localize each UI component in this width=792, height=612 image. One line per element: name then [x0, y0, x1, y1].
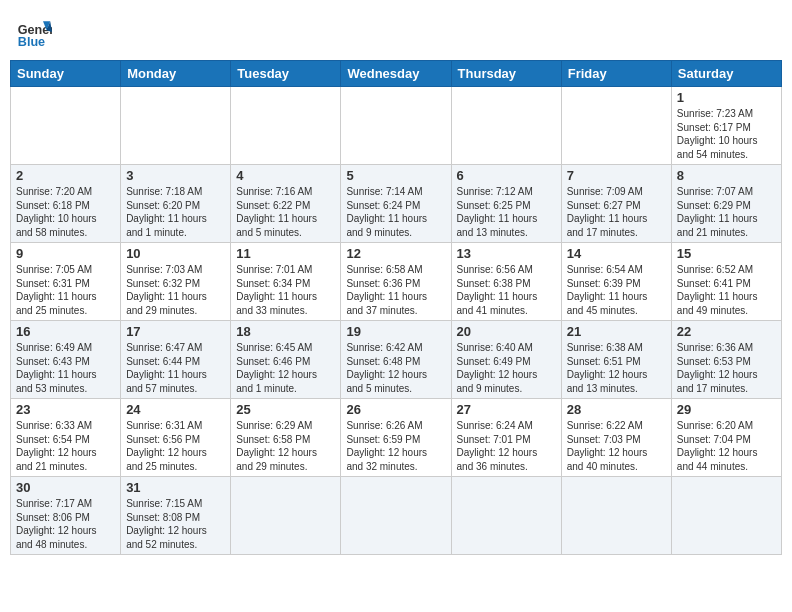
day-number: 31: [126, 480, 225, 495]
header-friday: Friday: [561, 61, 671, 87]
day-info: Sunrise: 6:24 AM Sunset: 7:01 PM Dayligh…: [457, 419, 556, 473]
header-saturday: Saturday: [671, 61, 781, 87]
day-number: 20: [457, 324, 556, 339]
day-info: Sunrise: 6:42 AM Sunset: 6:48 PM Dayligh…: [346, 341, 445, 395]
calendar-cell: 30Sunrise: 7:17 AM Sunset: 8:06 PM Dayli…: [11, 477, 121, 555]
day-info: Sunrise: 6:49 AM Sunset: 6:43 PM Dayligh…: [16, 341, 115, 395]
day-info: Sunrise: 6:31 AM Sunset: 6:56 PM Dayligh…: [126, 419, 225, 473]
day-number: 1: [677, 90, 776, 105]
day-number: 25: [236, 402, 335, 417]
day-info: Sunrise: 6:38 AM Sunset: 6:51 PM Dayligh…: [567, 341, 666, 395]
calendar-cell: 14Sunrise: 6:54 AM Sunset: 6:39 PM Dayli…: [561, 243, 671, 321]
calendar-cell: 28Sunrise: 6:22 AM Sunset: 7:03 PM Dayli…: [561, 399, 671, 477]
calendar-cell: 23Sunrise: 6:33 AM Sunset: 6:54 PM Dayli…: [11, 399, 121, 477]
day-number: 14: [567, 246, 666, 261]
day-info: Sunrise: 7:07 AM Sunset: 6:29 PM Dayligh…: [677, 185, 776, 239]
day-info: Sunrise: 7:16 AM Sunset: 6:22 PM Dayligh…: [236, 185, 335, 239]
day-number: 7: [567, 168, 666, 183]
day-info: Sunrise: 7:15 AM Sunset: 8:08 PM Dayligh…: [126, 497, 225, 551]
day-number: 9: [16, 246, 115, 261]
header-sunday: Sunday: [11, 61, 121, 87]
calendar-cell: 13Sunrise: 6:56 AM Sunset: 6:38 PM Dayli…: [451, 243, 561, 321]
day-number: 6: [457, 168, 556, 183]
calendar-cell: 18Sunrise: 6:45 AM Sunset: 6:46 PM Dayli…: [231, 321, 341, 399]
day-number: 30: [16, 480, 115, 495]
calendar-cell: [231, 477, 341, 555]
calendar-cell: 31Sunrise: 7:15 AM Sunset: 8:08 PM Dayli…: [121, 477, 231, 555]
header-tuesday: Tuesday: [231, 61, 341, 87]
calendar-cell: 6Sunrise: 7:12 AM Sunset: 6:25 PM Daylig…: [451, 165, 561, 243]
day-info: Sunrise: 6:26 AM Sunset: 6:59 PM Dayligh…: [346, 419, 445, 473]
page-header: General Blue: [10, 10, 782, 54]
day-info: Sunrise: 7:03 AM Sunset: 6:32 PM Dayligh…: [126, 263, 225, 317]
calendar-cell: 17Sunrise: 6:47 AM Sunset: 6:44 PM Dayli…: [121, 321, 231, 399]
week-row-6: 30Sunrise: 7:17 AM Sunset: 8:06 PM Dayli…: [11, 477, 782, 555]
day-number: 28: [567, 402, 666, 417]
day-info: Sunrise: 6:36 AM Sunset: 6:53 PM Dayligh…: [677, 341, 776, 395]
calendar-cell: 8Sunrise: 7:07 AM Sunset: 6:29 PM Daylig…: [671, 165, 781, 243]
day-number: 3: [126, 168, 225, 183]
calendar-cell: 24Sunrise: 6:31 AM Sunset: 6:56 PM Dayli…: [121, 399, 231, 477]
day-number: 2: [16, 168, 115, 183]
calendar-cell: 5Sunrise: 7:14 AM Sunset: 6:24 PM Daylig…: [341, 165, 451, 243]
calendar-cell: [561, 477, 671, 555]
day-info: Sunrise: 7:09 AM Sunset: 6:27 PM Dayligh…: [567, 185, 666, 239]
calendar-cell: 15Sunrise: 6:52 AM Sunset: 6:41 PM Dayli…: [671, 243, 781, 321]
day-info: Sunrise: 6:54 AM Sunset: 6:39 PM Dayligh…: [567, 263, 666, 317]
day-info: Sunrise: 6:47 AM Sunset: 6:44 PM Dayligh…: [126, 341, 225, 395]
calendar-cell: 7Sunrise: 7:09 AM Sunset: 6:27 PM Daylig…: [561, 165, 671, 243]
day-number: 19: [346, 324, 445, 339]
day-number: 12: [346, 246, 445, 261]
day-number: 23: [16, 402, 115, 417]
calendar-cell: 12Sunrise: 6:58 AM Sunset: 6:36 PM Dayli…: [341, 243, 451, 321]
calendar-cell: [341, 477, 451, 555]
day-info: Sunrise: 7:17 AM Sunset: 8:06 PM Dayligh…: [16, 497, 115, 551]
day-info: Sunrise: 7:14 AM Sunset: 6:24 PM Dayligh…: [346, 185, 445, 239]
day-info: Sunrise: 6:56 AM Sunset: 6:38 PM Dayligh…: [457, 263, 556, 317]
day-number: 10: [126, 246, 225, 261]
day-info: Sunrise: 7:12 AM Sunset: 6:25 PM Dayligh…: [457, 185, 556, 239]
day-number: 24: [126, 402, 225, 417]
day-number: 18: [236, 324, 335, 339]
calendar-cell: 11Sunrise: 7:01 AM Sunset: 6:34 PM Dayli…: [231, 243, 341, 321]
calendar-cell: 21Sunrise: 6:38 AM Sunset: 6:51 PM Dayli…: [561, 321, 671, 399]
calendar-cell: 16Sunrise: 6:49 AM Sunset: 6:43 PM Dayli…: [11, 321, 121, 399]
calendar-cell: [671, 477, 781, 555]
calendar-cell: 10Sunrise: 7:03 AM Sunset: 6:32 PM Dayli…: [121, 243, 231, 321]
header-thursday: Thursday: [451, 61, 561, 87]
calendar-cell: 1Sunrise: 7:23 AM Sunset: 6:17 PM Daylig…: [671, 87, 781, 165]
header-wednesday: Wednesday: [341, 61, 451, 87]
week-row-4: 16Sunrise: 6:49 AM Sunset: 6:43 PM Dayli…: [11, 321, 782, 399]
day-info: Sunrise: 6:45 AM Sunset: 6:46 PM Dayligh…: [236, 341, 335, 395]
day-number: 27: [457, 402, 556, 417]
calendar-cell: 3Sunrise: 7:18 AM Sunset: 6:20 PM Daylig…: [121, 165, 231, 243]
day-number: 11: [236, 246, 335, 261]
calendar-cell: 2Sunrise: 7:20 AM Sunset: 6:18 PM Daylig…: [11, 165, 121, 243]
calendar-cell: [451, 87, 561, 165]
day-number: 29: [677, 402, 776, 417]
calendar-header-row: SundayMondayTuesdayWednesdayThursdayFrid…: [11, 61, 782, 87]
calendar-cell: 19Sunrise: 6:42 AM Sunset: 6:48 PM Dayli…: [341, 321, 451, 399]
logo: General Blue: [16, 14, 56, 50]
day-info: Sunrise: 6:20 AM Sunset: 7:04 PM Dayligh…: [677, 419, 776, 473]
day-number: 22: [677, 324, 776, 339]
calendar-cell: 22Sunrise: 6:36 AM Sunset: 6:53 PM Dayli…: [671, 321, 781, 399]
calendar-cell: 26Sunrise: 6:26 AM Sunset: 6:59 PM Dayli…: [341, 399, 451, 477]
week-row-2: 2Sunrise: 7:20 AM Sunset: 6:18 PM Daylig…: [11, 165, 782, 243]
logo-icon: General Blue: [16, 14, 52, 50]
calendar-cell: 20Sunrise: 6:40 AM Sunset: 6:49 PM Dayli…: [451, 321, 561, 399]
week-row-5: 23Sunrise: 6:33 AM Sunset: 6:54 PM Dayli…: [11, 399, 782, 477]
calendar-cell: [451, 477, 561, 555]
svg-text:Blue: Blue: [18, 35, 45, 49]
week-row-1: 1Sunrise: 7:23 AM Sunset: 6:17 PM Daylig…: [11, 87, 782, 165]
day-info: Sunrise: 7:20 AM Sunset: 6:18 PM Dayligh…: [16, 185, 115, 239]
day-number: 5: [346, 168, 445, 183]
calendar-cell: [231, 87, 341, 165]
calendar-cell: 29Sunrise: 6:20 AM Sunset: 7:04 PM Dayli…: [671, 399, 781, 477]
day-number: 17: [126, 324, 225, 339]
day-info: Sunrise: 6:29 AM Sunset: 6:58 PM Dayligh…: [236, 419, 335, 473]
day-info: Sunrise: 6:52 AM Sunset: 6:41 PM Dayligh…: [677, 263, 776, 317]
calendar-cell: 4Sunrise: 7:16 AM Sunset: 6:22 PM Daylig…: [231, 165, 341, 243]
day-number: 13: [457, 246, 556, 261]
day-info: Sunrise: 7:23 AM Sunset: 6:17 PM Dayligh…: [677, 107, 776, 161]
